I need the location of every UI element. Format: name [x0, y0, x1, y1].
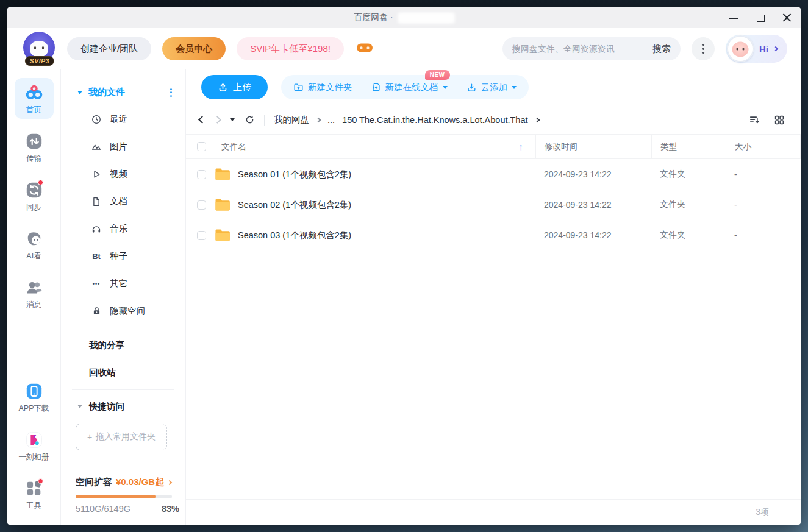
divider: [362, 82, 362, 92]
desktop-background: 百度网盘 · SVIP3 创建企业/团队 会员中心 SVIP年卡低至¥198! …: [0, 0, 808, 532]
rail-item-photo-album[interactable]: 一刻相册: [15, 425, 54, 466]
maximize-icon[interactable]: [756, 13, 765, 23]
column-header-modified[interactable]: 修改时间: [535, 135, 651, 158]
new-online-doc-button[interactable]: NEW 新建在线文档: [371, 82, 448, 93]
nav-item-label: 其它: [110, 278, 127, 289]
game-controller-icon[interactable]: [356, 41, 373, 57]
nav-item-music[interactable]: 音乐: [61, 215, 185, 243]
file-name[interactable]: Season 01 (1个视频包含2集): [238, 169, 351, 180]
video-icon: [90, 169, 102, 180]
nav-item-pictures[interactable]: 图片: [61, 133, 185, 160]
drop-folder-zone[interactable]: + 拖入常用文件夹: [76, 424, 167, 450]
history-caret-icon[interactable]: [230, 118, 235, 121]
search-button[interactable]: 搜索: [652, 43, 671, 55]
nav-section-quick-access[interactable]: 快捷访问: [61, 393, 185, 420]
file-modified: 2024-09-23 14:22: [535, 159, 651, 190]
netdisk-logo[interactable]: SVIP3: [23, 32, 56, 66]
rail-item-ai-view[interactable]: AI看: [15, 224, 54, 265]
back-icon[interactable]: [198, 116, 206, 124]
notification-dot: [38, 180, 43, 185]
refresh-icon[interactable]: [245, 115, 255, 125]
caret-down-icon: [77, 91, 82, 94]
view-controls: [749, 114, 785, 126]
tools-icon: [24, 478, 45, 499]
window-title: 百度网盘 ·: [354, 12, 393, 23]
nav-item-others[interactable]: ••• 其它: [61, 270, 185, 297]
nav-item-hidden-space[interactable]: 隐藏空间: [61, 297, 185, 325]
rail-item-transfer[interactable]: 传输: [15, 127, 54, 168]
forward-icon[interactable]: [213, 116, 221, 124]
upload-button[interactable]: 上传: [201, 75, 268, 99]
expand-storage-button[interactable]: 空间扩容 ¥0.03/GB起: [76, 477, 174, 488]
nav-section-my-files[interactable]: 我的文件: [61, 83, 185, 105]
create-team-button[interactable]: 创建企业/团队: [67, 37, 151, 60]
upload-icon: [218, 82, 228, 93]
rail-item-home[interactable]: 首页: [15, 78, 54, 119]
upload-label: 上传: [233, 82, 251, 93]
rail-item-sync[interactable]: 同步: [15, 176, 54, 216]
bt-icon: Bt: [90, 252, 102, 261]
column-header-name[interactable]: 文件名 ↑: [186, 135, 535, 158]
nav-item-videos[interactable]: 视频: [61, 160, 185, 188]
app-header: SVIP3 创建企业/团队 会员中心 SVIP年卡低至¥198! 搜索 Hi: [7, 28, 801, 69]
nav-item-recycle-bin[interactable]: 回收站: [61, 359, 185, 386]
column-header-size[interactable]: 大小: [726, 135, 801, 158]
file-size: -: [726, 220, 801, 250]
svip-promo-button[interactable]: SVIP年卡低至¥198!: [237, 37, 344, 60]
member-center-button[interactable]: 会员中心: [162, 37, 226, 60]
breadcrumb-current[interactable]: 150 The.Cat.in.the.Hat.Knows.a.Lot.About…: [342, 115, 527, 125]
chevron-right-icon: [316, 117, 321, 122]
sort-ascending-icon[interactable]: ↑: [519, 141, 524, 152]
search-input[interactable]: [512, 44, 637, 54]
file-name[interactable]: Season 03 (1个视频包含2集): [238, 230, 351, 241]
user-account-button[interactable]: Hi: [726, 35, 787, 63]
more-dots-icon: •••: [90, 281, 102, 287]
rail-label: AI看: [26, 251, 41, 261]
folder-icon: [215, 229, 231, 242]
nav-item-documents[interactable]: 文档: [61, 188, 185, 215]
blurred-username: [398, 13, 454, 23]
chevron-right-icon[interactable]: [534, 117, 539, 122]
row-checkbox[interactable]: [197, 231, 206, 240]
breadcrumb-root[interactable]: 我的网盘: [274, 114, 309, 126]
row-checkbox[interactable]: [197, 170, 206, 179]
nav-item-torrents[interactable]: Bt 种子: [61, 243, 185, 270]
section-options-icon[interactable]: [168, 87, 174, 98]
rail-item-tools[interactable]: 工具: [15, 474, 54, 515]
cloud-add-button[interactable]: 云添加: [467, 82, 517, 93]
table-row[interactable]: Season 01 (1个视频包含2集) 2024-09-23 14:22 文件…: [186, 159, 801, 190]
divider: [72, 328, 174, 328]
more-menu-button[interactable]: [692, 37, 715, 60]
main-content: 上传 新建文件夹 NEW 新建在线文档: [186, 69, 801, 525]
select-all-checkbox[interactable]: [197, 142, 206, 151]
sort-icon[interactable]: [749, 114, 760, 126]
table-row[interactable]: Season 02 (1个视频包含2集) 2024-09-23 14:22 文件…: [186, 190, 801, 220]
nav-section-title: 我的文件: [88, 87, 125, 98]
table-header: 文件名 ↑ 修改时间 类型 大小: [186, 134, 801, 159]
lock-icon: [90, 306, 102, 316]
new-badge: NEW: [425, 70, 450, 80]
breadcrumb-ellipsis[interactable]: ...: [327, 115, 335, 125]
rail-item-app-download[interactable]: APP下载: [15, 377, 54, 417]
close-icon[interactable]: [782, 13, 792, 23]
history-nav: [199, 115, 255, 125]
nav-item-recent[interactable]: 最近: [61, 105, 185, 133]
rail-label: 工具: [26, 501, 41, 511]
grid-view-icon[interactable]: [774, 115, 785, 126]
table-row[interactable]: Season 03 (1个视频包含2集) 2024-09-23 14:22 文件…: [186, 220, 801, 250]
file-name[interactable]: Season 02 (1个视频包含2集): [238, 199, 351, 211]
new-folder-button[interactable]: 新建文件夹: [293, 82, 352, 93]
search-bar: 搜索: [502, 37, 681, 60]
photo-album-icon: [24, 430, 45, 450]
minimize-icon[interactable]: [729, 13, 738, 23]
item-count: 3项: [756, 507, 769, 518]
nav-item-label: 隐藏空间: [110, 305, 145, 317]
column-header-type[interactable]: 类型: [651, 135, 726, 158]
rail-item-messages[interactable]: 消息: [15, 273, 54, 314]
new-folder-icon: [293, 82, 304, 93]
expand-storage-label: 空间扩容: [76, 477, 112, 488]
nav-item-my-shares[interactable]: 我的分享: [61, 332, 185, 359]
row-checkbox[interactable]: [197, 200, 206, 210]
music-icon: [90, 224, 102, 235]
caret-down-icon: [77, 405, 82, 408]
